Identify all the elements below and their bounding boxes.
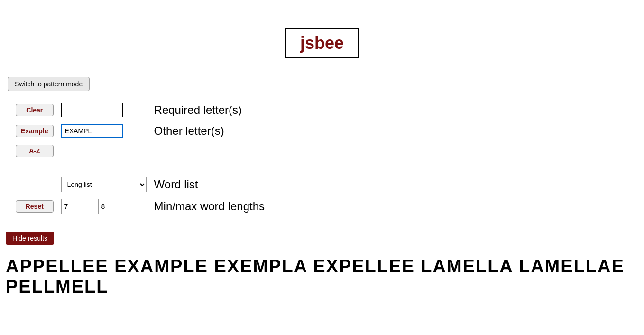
- logo-box: jsbee: [285, 28, 359, 58]
- results-words: APPELLEE EXAMPLE EXEMPLA EXPELLEE LAMELL…: [6, 256, 638, 297]
- length-inputs-group: [61, 199, 147, 214]
- clear-button[interactable]: Clear: [16, 104, 54, 116]
- top-controls: Switch to pattern mode: [0, 77, 644, 91]
- az-button[interactable]: A-Z: [16, 145, 54, 157]
- logo-text: jsbee: [300, 33, 344, 53]
- min-length-input[interactable]: [61, 199, 94, 214]
- results-area: Hide results APPELLEE EXAMPLE EXEMPLA EX…: [0, 222, 644, 302]
- minmax-label: Min/max word lengths: [154, 200, 332, 213]
- example-button[interactable]: Example: [16, 125, 54, 137]
- main-panel: Clear Required letter(s) Example Other l…: [6, 95, 342, 222]
- required-letters-label: Required letter(s): [154, 103, 332, 117]
- wordlist-label: Word list: [154, 178, 332, 191]
- other-letters-input[interactable]: [61, 124, 123, 138]
- max-length-input[interactable]: [98, 199, 131, 214]
- switch-mode-button[interactable]: Switch to pattern mode: [8, 77, 90, 91]
- hide-results-button[interactable]: Hide results: [6, 232, 54, 245]
- header: jsbee: [0, 0, 644, 77]
- other-letters-label: Other letter(s): [154, 124, 332, 138]
- reset-button[interactable]: Reset: [16, 200, 54, 213]
- wordlist-select[interactable]: Long list Short list Custom: [61, 177, 147, 192]
- spacer1: [16, 164, 54, 170]
- required-letters-input[interactable]: [61, 103, 123, 117]
